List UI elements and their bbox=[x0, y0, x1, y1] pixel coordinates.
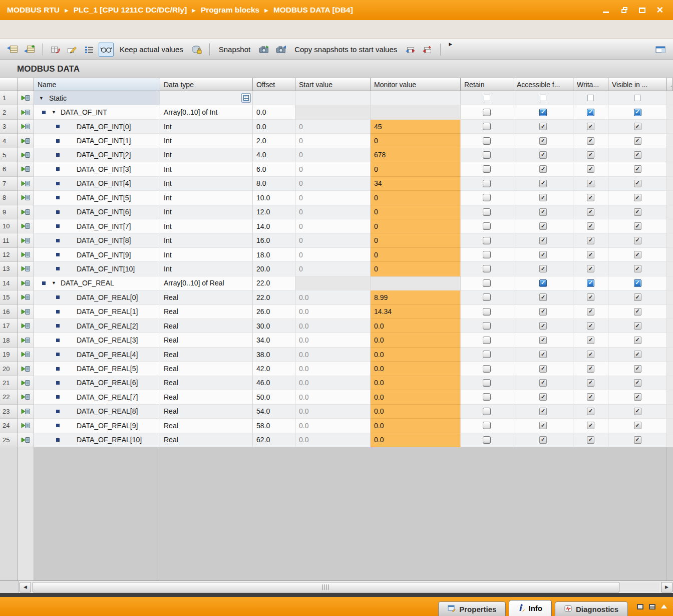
start-value-cell[interactable]: 0.0 bbox=[295, 305, 371, 319]
name-cell[interactable]: ▼DATA_OF_REAL bbox=[34, 276, 160, 290]
data-type-cell[interactable]: Int bbox=[160, 219, 253, 233]
start-value-cell[interactable] bbox=[295, 91, 371, 105]
copy-all-snapshots-to-start-button[interactable] bbox=[420, 43, 435, 57]
retain-checkbox[interactable] bbox=[483, 365, 491, 373]
header-more-columns[interactable]: ... bbox=[667, 78, 673, 91]
monitor-all-button[interactable] bbox=[99, 43, 114, 57]
name-cell[interactable]: ▼Static bbox=[34, 91, 160, 105]
start-value-cell[interactable]: 0 bbox=[295, 248, 371, 262]
editor-layout-button[interactable] bbox=[653, 43, 668, 57]
offset-cell[interactable]: 0.0 bbox=[253, 120, 295, 134]
offset-cell[interactable]: 42.0 bbox=[253, 362, 295, 376]
row-number-cell[interactable]: 9 bbox=[0, 205, 18, 219]
offset-cell[interactable]: 22.0 bbox=[253, 290, 295, 304]
name-cell[interactable]: ▼DATA_OF_INT bbox=[34, 105, 160, 119]
start-value-cell[interactable]: 0 bbox=[295, 120, 371, 134]
copy-snapshot-to-start-button[interactable] bbox=[403, 43, 418, 57]
header-start-value[interactable]: Start value bbox=[295, 78, 371, 91]
row-number-cell[interactable]: 13 bbox=[0, 262, 18, 276]
load-snapshot-button[interactable] bbox=[256, 43, 271, 57]
data-type-cell[interactable]: Int bbox=[160, 248, 253, 262]
data-type-cell[interactable]: Real bbox=[160, 433, 253, 447]
copy-snapshots-to-start-values-button[interactable]: Copy snapshots to start values bbox=[291, 45, 400, 54]
retain-checkbox[interactable] bbox=[483, 293, 491, 301]
data-type-picker-button[interactable] bbox=[241, 93, 251, 103]
data-type-cell[interactable]: Array[0..10] of Int bbox=[160, 105, 253, 119]
scrollbar-thumb[interactable] bbox=[33, 582, 619, 592]
toolbar-overflow-icon[interactable]: ▶ bbox=[449, 42, 452, 47]
retain-checkbox[interactable] bbox=[483, 237, 491, 244]
data-type-cell[interactable]: Int bbox=[160, 233, 253, 247]
data-type-cell[interactable]: Real bbox=[160, 305, 253, 319]
row-number-cell[interactable]: 6 bbox=[0, 162, 18, 176]
row-number-cell[interactable]: 19 bbox=[0, 348, 18, 362]
start-value-cell[interactable]: 0 bbox=[295, 177, 371, 191]
row-number-cell[interactable]: 23 bbox=[0, 405, 18, 419]
start-value-cell[interactable]: 0.0 bbox=[295, 390, 371, 404]
header-writable[interactable]: Writa... bbox=[573, 78, 608, 91]
row-number-cell[interactable]: 17 bbox=[0, 319, 18, 333]
retain-checkbox[interactable] bbox=[483, 123, 491, 130]
data-type-cell[interactable]: Real bbox=[160, 333, 253, 347]
start-value-cell[interactable]: 0 bbox=[295, 262, 371, 276]
name-cell[interactable]: DATA_OF_REAL[2] bbox=[34, 319, 160, 333]
data-type-cell[interactable]: Real bbox=[160, 290, 253, 304]
name-cell[interactable]: DATA_OF_INT[7] bbox=[34, 219, 160, 233]
start-value-cell[interactable]: 0.0 bbox=[295, 333, 371, 347]
header-data-type[interactable]: Data type bbox=[160, 78, 253, 91]
maximize-button[interactable] bbox=[638, 6, 646, 14]
row-number-cell[interactable]: 12 bbox=[0, 248, 18, 262]
name-cell[interactable]: DATA_OF_REAL[10] bbox=[34, 433, 160, 447]
offset-cell[interactable]: 12.0 bbox=[253, 205, 295, 219]
offset-cell[interactable]: 50.0 bbox=[253, 390, 295, 404]
start-value-cell[interactable]: 0 bbox=[295, 148, 371, 162]
offset-cell[interactable]: 4.0 bbox=[253, 148, 295, 162]
name-cell[interactable]: DATA_OF_INT[10] bbox=[34, 262, 160, 276]
retain-checkbox[interactable] bbox=[483, 322, 491, 330]
name-cell[interactable]: DATA_OF_INT[4] bbox=[34, 177, 160, 191]
row-number-cell[interactable]: 8 bbox=[0, 191, 18, 205]
retain-checkbox[interactable] bbox=[483, 436, 491, 444]
retain-checkbox[interactable] bbox=[483, 208, 491, 216]
retain-checkbox[interactable] bbox=[483, 222, 491, 230]
retain-checkbox[interactable] bbox=[483, 265, 491, 272]
retain-checkbox[interactable] bbox=[483, 165, 491, 173]
start-value-cell[interactable]: 0 bbox=[295, 134, 371, 148]
name-cell[interactable]: DATA_OF_INT[3] bbox=[34, 162, 160, 176]
name-cell[interactable]: DATA_OF_INT[8] bbox=[34, 233, 160, 247]
start-value-cell[interactable]: 0 bbox=[295, 205, 371, 219]
row-number-cell[interactable]: 21 bbox=[0, 376, 18, 390]
breadcrumb-item-project[interactable]: MODBUS RTU bbox=[7, 6, 60, 15]
edit-values-button[interactable] bbox=[65, 43, 80, 57]
retain-checkbox[interactable] bbox=[483, 379, 491, 387]
start-value-cell[interactable]: 0.0 bbox=[295, 348, 371, 362]
offset-cell[interactable] bbox=[253, 91, 295, 105]
breadcrumb-item-plc[interactable]: PLC_1 [CPU 1211C DC/DC/Rly] bbox=[74, 6, 187, 15]
writable-checkbox[interactable] bbox=[587, 279, 594, 287]
name-cell[interactable]: DATA_OF_REAL[5] bbox=[34, 362, 160, 376]
data-type-cell[interactable]: Int bbox=[160, 262, 253, 276]
data-type-cell[interactable]: Real bbox=[160, 390, 253, 404]
start-value-cell[interactable]: 0.0 bbox=[295, 419, 371, 433]
data-type-cell[interactable] bbox=[160, 91, 253, 105]
row-number-cell[interactable]: 22 bbox=[0, 390, 18, 404]
header-accessible[interactable]: Accessible f... bbox=[513, 78, 573, 91]
scroll-left-button[interactable]: ◀ bbox=[20, 582, 31, 592]
start-value-cell[interactable]: 0 bbox=[295, 162, 371, 176]
expand-toggle-icon[interactable]: ▼ bbox=[39, 96, 44, 101]
start-value-cell[interactable]: 0.0 bbox=[295, 405, 371, 419]
row-number-cell[interactable]: 18 bbox=[0, 333, 18, 347]
tab-info[interactable]: Info bbox=[509, 600, 552, 616]
minimize-button[interactable] bbox=[602, 6, 610, 14]
start-value-cell[interactable]: 0.0 bbox=[295, 319, 371, 333]
offset-cell[interactable]: 0.0 bbox=[253, 105, 295, 119]
writable-checkbox[interactable] bbox=[587, 109, 594, 116]
header-monitor-value[interactable]: Monitor value bbox=[371, 78, 461, 91]
retain-checkbox[interactable] bbox=[483, 408, 491, 415]
offset-cell[interactable]: 14.0 bbox=[253, 219, 295, 233]
data-type-cell[interactable]: Int bbox=[160, 148, 253, 162]
embed-panel-icon[interactable] bbox=[649, 604, 655, 609]
add-row-button[interactable] bbox=[22, 43, 37, 57]
data-type-cell[interactable]: Int bbox=[160, 177, 253, 191]
offset-cell[interactable]: 58.0 bbox=[253, 419, 295, 433]
